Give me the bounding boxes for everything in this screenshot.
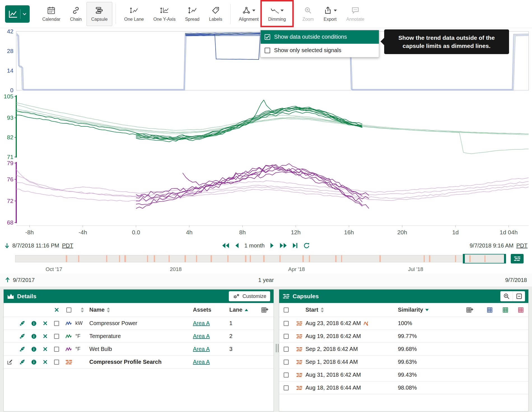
rocket-icon[interactable] — [19, 359, 25, 365]
column-header-lane[interactable]: Lane — [229, 307, 242, 313]
skip-to-end-button[interactable] — [293, 243, 298, 248]
signal-name[interactable]: Temperature — [89, 333, 193, 339]
row-checkbox[interactable] — [284, 334, 289, 339]
toolbar-button-chain[interactable]: Chain — [65, 2, 87, 26]
sort-ascending-icon[interactable] — [245, 309, 248, 311]
row-checkbox[interactable] — [284, 347, 289, 352]
details-row-wet-bulb[interactable]: °F Wet Bulb Area A 3 — [4, 343, 274, 356]
capsule-row[interactable]: Sep 1, 2018 6:44 AM 99.63% — [279, 356, 528, 369]
arrow-down-icon[interactable] — [4, 243, 10, 248]
capsule-time-button[interactable] — [511, 254, 524, 263]
refresh-button[interactable] — [303, 242, 310, 249]
capsules-table-header: Start Similarity — [279, 303, 528, 317]
toolbar-button-one-y-axis[interactable]: One Y-Axis — [149, 2, 180, 26]
timezone-link[interactable]: PDT — [62, 242, 73, 249]
checkbox-empty-icon[interactable] — [265, 48, 270, 53]
row-checkbox[interactable] — [54, 347, 59, 352]
info-icon[interactable] — [31, 334, 37, 339]
row-checkbox[interactable] — [284, 385, 289, 390]
timebar-track[interactable] — [15, 255, 506, 262]
collapse-panel-button[interactable] — [513, 291, 525, 301]
duration-label[interactable]: 1 month — [244, 242, 265, 249]
asset-link[interactable]: Area A — [193, 320, 210, 327]
toolbar-button-calendar[interactable]: Calendar — [38, 2, 65, 26]
select-all-checkbox[interactable] — [66, 307, 71, 313]
signal-column-icon[interactable] — [487, 307, 493, 313]
details-row-compressor-profile-search[interactable]: Compressor Profile Search Area A — [4, 356, 274, 369]
toolbar-button-labels[interactable]: Labels — [204, 2, 227, 26]
remove-icon[interactable] — [43, 360, 47, 364]
capsule-mark — [245, 255, 246, 262]
timezone-link[interactable]: PDT — [516, 242, 528, 249]
trend-lane-temperature[interactable]: 105938271 — [0, 93, 532, 160]
toolbar-button-capsule[interactable]: Capsule — [87, 2, 113, 26]
info-icon[interactable] — [31, 321, 37, 326]
sort-icon[interactable] — [81, 307, 84, 313]
panel-splitter[interactable] — [276, 344, 279, 352]
column-header-start[interactable]: Start — [305, 307, 318, 313]
rocket-icon[interactable] — [19, 320, 25, 327]
sort-icon[interactable] — [321, 307, 324, 313]
step-back-fast-button[interactable] — [222, 243, 229, 248]
checkbox-checked-icon[interactable] — [265, 34, 270, 40]
row-checkbox[interactable] — [54, 360, 59, 365]
asset-link[interactable]: Area A — [193, 359, 210, 365]
menu-item-show-only-selected-signals[interactable]: Show only selected signals — [261, 44, 379, 57]
capsule-row[interactable]: Aug 18, 2018 6:44 AM 98.08% — [279, 381, 528, 394]
remove-icon[interactable] — [43, 334, 47, 338]
investigate-range-duration[interactable]: 1 year — [258, 277, 274, 283]
signal-name[interactable]: Compressor Power — [89, 320, 193, 327]
row-checkbox[interactable] — [284, 360, 289, 365]
capsule-row[interactable]: Aug 19, 2018 6:42 AM 99.77% — [279, 330, 528, 343]
toolbar-button-dimming[interactable]: Dimming — [263, 2, 291, 26]
row-checkbox[interactable] — [54, 334, 59, 339]
step-forward-fast-button[interactable] — [280, 243, 287, 248]
toolbar-button-spread[interactable]: Spread — [180, 2, 204, 26]
asset-link[interactable]: Area A — [193, 346, 210, 352]
signal-column-icon[interactable] — [502, 307, 508, 313]
toolbar-button-export[interactable]: Export — [319, 2, 342, 26]
arrow-up-icon[interactable] — [5, 277, 10, 283]
column-header-name[interactable]: Name — [89, 307, 104, 313]
toolbar-button-one-lane[interactable]: One Lane — [119, 2, 148, 26]
signal-column-icon[interactable] — [518, 307, 524, 313]
toolbar-button-zoom[interactable]: Zoom — [298, 2, 319, 26]
details-row-temperature[interactable]: °F Temperature Area A 2 — [4, 330, 274, 343]
select-all-checkbox[interactable] — [284, 307, 289, 313]
sort-descending-icon[interactable] — [425, 309, 429, 311]
info-icon[interactable] — [31, 359, 37, 365]
trend-lane-wet-bulb[interactable]: 79767268 — [0, 160, 532, 225]
toolbar-button-annotate[interactable]: Annotate — [342, 2, 369, 26]
add-column-icon[interactable] — [261, 307, 269, 313]
column-header-similarity[interactable]: Similarity — [398, 307, 423, 313]
step-back-button[interactable] — [235, 243, 239, 248]
edit-icon[interactable] — [7, 359, 13, 365]
column-header-assets[interactable]: Assets — [193, 307, 211, 313]
remove-all-icon[interactable] — [55, 308, 59, 312]
row-checkbox[interactable] — [284, 321, 289, 326]
asset-link[interactable]: Area A — [193, 333, 210, 339]
capsule-row[interactable]: Sep 2, 2018 6:42 AM 99.68% — [279, 343, 528, 356]
row-checkbox[interactable] — [284, 372, 289, 378]
row-checkbox[interactable] — [54, 321, 59, 326]
capsule-row[interactable]: Aug 23, 2018 6:42 AM 100% — [279, 317, 528, 330]
tag-icon — [211, 6, 220, 15]
remove-icon[interactable] — [43, 347, 47, 351]
signal-name[interactable]: Wet Bulb — [89, 346, 193, 352]
info-icon[interactable] — [31, 346, 37, 352]
display-mode-selector[interactable] — [5, 5, 30, 23]
condition-name[interactable]: Compressor Profile Search — [89, 359, 193, 365]
capsule-mark — [119, 255, 120, 262]
rocket-icon[interactable] — [19, 346, 25, 352]
capsule-row[interactable]: Aug 31, 2018 6:42 AM 99.43% — [279, 369, 528, 381]
rocket-icon[interactable] — [19, 333, 25, 339]
remove-icon[interactable] — [43, 321, 47, 325]
add-column-icon[interactable] — [466, 307, 473, 313]
step-forward-button[interactable] — [270, 243, 274, 248]
zoom-to-capsule-button[interactable] — [500, 291, 513, 301]
sort-icon[interactable] — [107, 307, 110, 313]
details-row-compressor-power[interactable]: kW Compressor Power Area A 1 — [4, 317, 274, 330]
menu-item-show-data-outside-conditions[interactable]: Show data outside conditions — [261, 30, 379, 44]
customize-button[interactable]: Customize — [229, 291, 270, 301]
toolbar-button-alignment[interactable]: Alignment — [234, 2, 263, 26]
